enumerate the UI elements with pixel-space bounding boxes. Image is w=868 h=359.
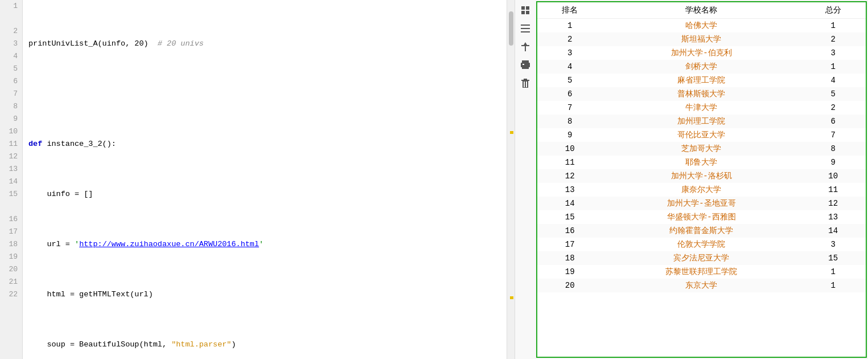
svg-rect-10 <box>523 64 524 65</box>
table-row: 11耶鲁大学9 <box>537 156 866 169</box>
col-header-school: 学校名称 <box>602 2 800 19</box>
cell-school: 加州理工学院 <box>602 115 800 128</box>
cell-score: 12 <box>801 197 866 210</box>
cell-score: 1 <box>801 60 866 74</box>
cell-score: 14 <box>801 224 866 238</box>
cell-school: 伦敦大学学院 <box>602 238 800 251</box>
cell-school: 东京大学 <box>602 279 800 292</box>
table-row: 12加州大学-洛杉矶10 <box>537 169 866 183</box>
cell-school: 宾夕法尼亚大学 <box>602 251 800 265</box>
code-line-5: html = getHTMLText(url) <box>28 288 501 301</box>
svg-rect-4 <box>521 25 530 26</box>
svg-rect-15 <box>527 81 528 87</box>
cell-rank: 20 <box>537 279 602 292</box>
svg-rect-11 <box>521 80 529 81</box>
cell-school: 麻省理工学院 <box>602 74 800 87</box>
svg-rect-17 <box>523 87 528 88</box>
cell-school: 哥伦比亚大学 <box>602 128 800 142</box>
cell-score: 10 <box>801 169 866 183</box>
cell-school: 华盛顿大学-西雅图 <box>602 210 800 224</box>
code-line-2: def instance_3_2(): <box>28 138 501 150</box>
ranking-table: 排名 学校名称 总分 1哈佛大学12斯坦福大学23加州大学-伯克利34剑桥大学1… <box>537 2 866 292</box>
svg-rect-6 <box>521 31 530 32</box>
cell-score: 11 <box>801 183 866 197</box>
svg-rect-2 <box>521 11 525 14</box>
scrollbar-thumb[interactable] <box>509 11 513 46</box>
code-editor: 1 2 3 4 5 6 7 8 9 10 11 12 13 14 15 16 1… <box>0 0 507 359</box>
table-row: 17伦敦大学学院3 <box>537 238 866 251</box>
svg-rect-1 <box>526 6 529 10</box>
cell-school: 加州大学-圣地亚哥 <box>602 197 800 210</box>
scroll-marker-1 <box>510 131 513 134</box>
table-row: 14加州大学-圣地亚哥12 <box>537 197 866 210</box>
cell-school: 加州大学-伯克利 <box>602 46 800 60</box>
code-area[interactable]: printUnivList_A(uinfo, 20) # 20 univs de… <box>23 0 507 359</box>
cell-rank: 15 <box>537 210 602 224</box>
cell-rank: 19 <box>537 265 602 279</box>
cell-score: 1 <box>801 19 866 33</box>
cell-rank: 18 <box>537 251 602 265</box>
table-row: 3加州大学-伯克利3 <box>537 46 866 60</box>
scroll-marker-2 <box>510 296 513 299</box>
svg-rect-7 <box>522 60 529 63</box>
svg-rect-0 <box>521 6 525 10</box>
table-row: 7牛津大学2 <box>537 101 866 115</box>
line-numbers: 1 2 3 4 5 6 7 8 9 10 11 12 13 14 15 16 1… <box>0 0 23 359</box>
table-row: 19苏黎世联邦理工学院1 <box>537 265 866 279</box>
cell-school: 哈佛大学 <box>602 19 800 33</box>
col-header-score: 总分 <box>801 2 866 19</box>
toolbar-delete-button[interactable] <box>517 75 533 91</box>
svg-rect-14 <box>525 81 526 87</box>
cell-score: 8 <box>801 142 866 156</box>
code-line-blank1 <box>28 88 501 100</box>
svg-rect-9 <box>522 66 529 69</box>
ranking-table-panel: 排名 学校名称 总分 1哈佛大学12斯坦福大学23加州大学-伯克利34剑桥大学1… <box>536 1 867 358</box>
cell-school: 牛津大学 <box>602 101 800 115</box>
code-line-4: url = 'http://www.zuihaodaxue.cn/ARWU201… <box>28 238 501 251</box>
cell-score: 7 <box>801 128 866 142</box>
table-row: 2斯坦福大学2 <box>537 32 866 46</box>
cell-rank: 14 <box>537 197 602 210</box>
toolbar-pin-button[interactable] <box>517 39 533 55</box>
svg-rect-3 <box>526 11 529 14</box>
toolbar-list-button[interactable] <box>517 21 533 36</box>
code-line-3: uinfo = [] <box>28 188 501 201</box>
cell-score: 9 <box>801 156 866 169</box>
right-toolbar <box>515 0 535 359</box>
table-row: 13康奈尔大学11 <box>537 183 866 197</box>
cell-score: 4 <box>801 74 866 87</box>
code-line-6: soup = BeautifulSoup(html, "html.parser"… <box>28 338 501 351</box>
cell-rank: 16 <box>537 224 602 238</box>
cell-school: 约翰霍普金斯大学 <box>602 224 800 238</box>
table-row: 5麻省理工学院4 <box>537 74 866 87</box>
svg-rect-12 <box>524 79 527 80</box>
svg-rect-16 <box>523 81 528 81</box>
cell-score: 3 <box>801 46 866 60</box>
cell-score: 2 <box>801 101 866 115</box>
cell-rank: 7 <box>537 101 602 115</box>
toolbar-print-button[interactable] <box>517 57 533 73</box>
cell-school: 苏黎世联邦理工学院 <box>602 265 800 279</box>
table-row: 18宾夕法尼亚大学15 <box>537 251 866 265</box>
cell-rank: 2 <box>537 32 602 46</box>
cell-rank: 11 <box>537 156 602 169</box>
cell-rank: 5 <box>537 74 602 87</box>
table-row: 9哥伦比亚大学7 <box>537 128 866 142</box>
cell-school: 耶鲁大学 <box>602 156 800 169</box>
table-row: 8加州理工学院6 <box>537 115 866 128</box>
cell-score: 13 <box>801 210 866 224</box>
table-row: 20东京大学1 <box>537 279 866 292</box>
cell-score: 1 <box>801 265 866 279</box>
cell-school: 加州大学-洛杉矶 <box>602 169 800 183</box>
cell-rank: 8 <box>537 115 602 128</box>
col-header-rank: 排名 <box>537 2 602 19</box>
cell-score: 15 <box>801 251 866 265</box>
vertical-scrollbar[interactable] <box>507 0 515 359</box>
cell-score: 2 <box>801 32 866 46</box>
toolbar-grid-button[interactable] <box>517 2 533 18</box>
svg-rect-13 <box>523 81 524 87</box>
cell-score: 6 <box>801 115 866 128</box>
table-row: 15华盛顿大学-西雅图13 <box>537 210 866 224</box>
cell-rank: 3 <box>537 46 602 60</box>
table-row: 16约翰霍普金斯大学14 <box>537 224 866 238</box>
